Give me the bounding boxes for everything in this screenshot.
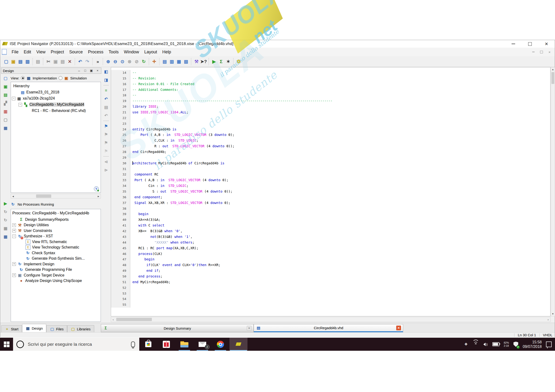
process-row[interactable]: ●Analyze Design Using ChipScope (11, 278, 101, 284)
menu-edit[interactable]: Edit (21, 49, 34, 55)
stop-process-icon[interactable]: ▦ (2, 225, 9, 231)
undo-icon[interactable]: ↶ (77, 58, 84, 65)
battery-icon[interactable] (492, 341, 499, 348)
microphone-icon[interactable] (131, 342, 135, 347)
hierarchy-row[interactable]: −V▚CircRegadd4b - MyCircRegadd4 (11, 101, 101, 108)
code-line[interactable]: 46 process(CLK) (111, 251, 550, 257)
scroll-up-icon[interactable]: ▲ (551, 67, 555, 72)
save-icon[interactable]: ▤ (17, 58, 24, 65)
zoom-full-icon[interactable]: ⊗ (126, 58, 133, 65)
scroll-thumb[interactable] (551, 72, 554, 84)
open-file-icon[interactable]: ▣ (10, 58, 17, 65)
process-row[interactable]: ΣDesign Summary/Reports (11, 217, 101, 222)
undo-change-icon[interactable]: ↶ (103, 96, 110, 102)
code-line[interactable]: 25 Port ( A,B : in STD_LOGIC_VECTOR (3 d… (111, 132, 550, 138)
design-report-icon[interactable]: ▦ (2, 125, 9, 131)
doc-tab-design-summary[interactable]: ΣDesign Summary✕ (101, 324, 254, 332)
minimize-button[interactable] (510, 41, 516, 46)
code-line[interactable]: 19--------------------------------------… (111, 98, 550, 104)
code-line[interactable]: 17-- Additional Comments: (111, 87, 550, 93)
code-editor[interactable]: 14--15-- Revision:16-- Revision 0.01 - F… (111, 67, 550, 316)
prev-window-icon[interactable]: ◧ (103, 69, 110, 75)
taskbar-app-store[interactable] (139, 338, 157, 351)
code-line[interactable]: 45 RC1 : RC port map(XA,XB,C,XR); (111, 245, 550, 251)
nav-back-icon[interactable]: ⊲ (103, 159, 110, 165)
menu-view[interactable]: View (34, 49, 48, 55)
open-blocks-icon[interactable]: ▞ (2, 100, 9, 106)
code-line[interactable]: 26 C,CLK : in STD_LOGIC; (111, 138, 550, 143)
hierarchy-row[interactable]: ▤Esame23_01_2018 (11, 89, 101, 95)
taskbar-clock[interactable]: 15:58 09/07/2018 (523, 340, 542, 349)
code-line[interactable]: 18-- (111, 93, 550, 98)
defender-icon[interactable]: ✓ (513, 341, 518, 348)
code-line[interactable]: 50 end process; (111, 274, 550, 279)
close-button[interactable]: × (543, 41, 549, 46)
run-process-icon[interactable]: ▶ (2, 200, 9, 207)
code-line[interactable]: 48 if(CLK' event and CLK='0')then R<=XR; (111, 262, 550, 268)
zoom-selection-icon[interactable]: ⊙ (119, 58, 126, 65)
hierarchy-row[interactable]: −▦xa7a100t-2lcsg324 (11, 95, 101, 101)
taskbar-app-mail[interactable]: 2 (193, 338, 212, 351)
tree-expander[interactable]: + (12, 262, 16, 266)
taskbar-app-ise[interactable] (229, 338, 248, 351)
code-line[interactable]: 52 (111, 285, 550, 291)
menu-tools[interactable]: Tools (106, 49, 121, 55)
menu-process[interactable]: Process (85, 49, 106, 55)
tree-expander[interactable]: + (12, 229, 16, 232)
paste-icon[interactable]: ▤ (59, 58, 66, 65)
design-panel-float-button[interactable]: ↔ (77, 69, 81, 72)
source-properties-icon[interactable]: ▢ (2, 117, 9, 123)
code-line[interactable]: 16-- Revision 0.01 - File Created (111, 81, 550, 87)
code-line[interactable]: 32 component RC (111, 172, 550, 177)
zoom-in-icon[interactable]: ⊕ (105, 58, 112, 65)
code-line[interactable]: 29 (111, 155, 550, 161)
delete-icon[interactable]: ✕ (66, 58, 73, 65)
bookmark-toggle-icon[interactable]: ⚑ (103, 123, 110, 129)
code-line[interactable]: 44 "XXXXX" when others; (111, 240, 550, 245)
code-line[interactable]: 37 Signal XA,XB,XR : STD_LOGIC_VECTOR (4… (111, 200, 550, 206)
code-line[interactable]: 36 end component; (111, 194, 550, 200)
design-panel-maximize-button[interactable]: □ (83, 69, 87, 72)
code-line[interactable]: 20library IEEE; (111, 104, 550, 110)
scroll-right-icon[interactable]: ▸ (96, 194, 101, 198)
restore-button[interactable] (527, 41, 533, 46)
new-file-icon[interactable]: ▢ (3, 58, 10, 65)
tab-design[interactable]: ▦Design (22, 324, 46, 333)
settings-wrench-icon[interactable]: ⚒ (193, 58, 200, 65)
code-line[interactable]: 51end MyCircRegadd4b; (111, 279, 550, 285)
lightbulb-icon[interactable]: ❂ (235, 58, 242, 65)
doc-tab-close-icon[interactable]: ✕ (247, 326, 252, 331)
toolbar-overflow-icon[interactable]: » (94, 58, 101, 65)
editor-hscrollbar[interactable]: ‹ › (111, 317, 550, 322)
mdi-minimize-button[interactable] (531, 50, 536, 54)
tree-expander[interactable]: + (12, 223, 16, 227)
hierarchy-panel[interactable]: Hierarchy ▤Esame23_01_2018−▦xa7a100t-2lc… (11, 82, 101, 193)
tab-libraries[interactable]: ▢Libraries (67, 325, 94, 333)
code-line[interactable]: 31 (111, 166, 550, 172)
bookmark-prev-icon[interactable]: ⚑ (103, 140, 110, 146)
code-line[interactable]: 14-- (111, 70, 550, 76)
view-radio-implementation[interactable] (21, 76, 25, 80)
taskbar-app-gift[interactable] (157, 338, 175, 351)
cut-icon[interactable]: ✂ (45, 58, 52, 65)
scroll-right-icon[interactable]: › (546, 317, 550, 322)
code-line[interactable]: 24entity CircRegadd4b is (111, 127, 550, 132)
code-line[interactable]: 38 (111, 206, 550, 212)
find-tool-icon[interactable]: ✛ (151, 58, 158, 65)
code-line[interactable]: 34 Cin : in STD_LOGIC; (111, 183, 550, 189)
nav-forward-icon[interactable]: ⊳ (103, 167, 110, 173)
code-line[interactable]: 42 XB<= B(3)&B when '0', (111, 228, 550, 234)
window-tile-h-icon[interactable]: ▥ (168, 58, 175, 65)
layout-table-icon[interactable]: ▦ (2, 234, 9, 240)
code-line[interactable]: 47 begin (111, 257, 550, 262)
tree-expander[interactable]: − (19, 103, 22, 107)
tree-expander[interactable]: − (12, 235, 16, 238)
doc-tab-close-icon[interactable]: ✕ (396, 326, 401, 330)
code-line[interactable]: 15-- Revision: (111, 76, 550, 81)
design-summary-icon[interactable]: Σ (218, 58, 225, 65)
code-line[interactable]: 54 (111, 296, 550, 302)
code-line[interactable]: 21use IEEE.STD_LOGIC_1164.ALL; (111, 110, 550, 115)
design-panel-restore-button[interactable]: ▣ (89, 69, 94, 72)
code-line[interactable]: 55 (111, 302, 550, 307)
window-tile-v-icon[interactable]: ▦ (175, 58, 183, 65)
